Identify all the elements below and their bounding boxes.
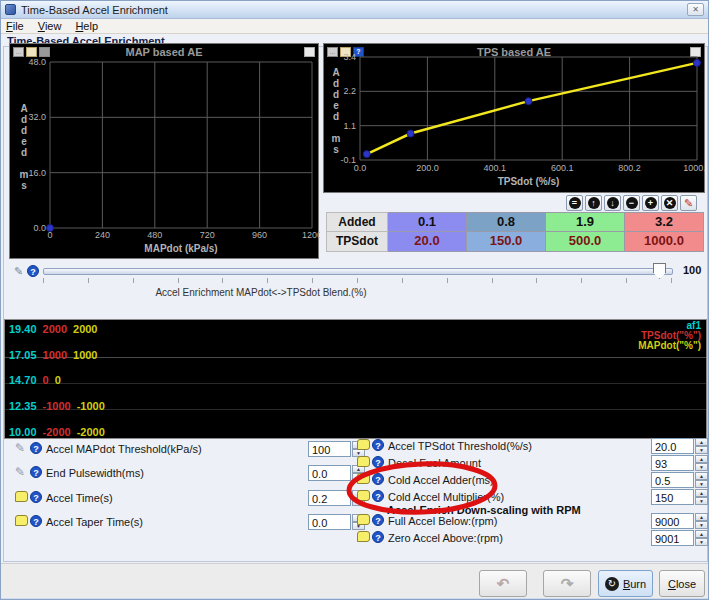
table-cell[interactable]: 20.0 bbox=[388, 232, 467, 252]
blend-slider-thumb[interactable] bbox=[653, 263, 666, 279]
burn-button[interactable]: ↻ Burn bbox=[598, 570, 653, 597]
increment-up-button[interactable]: ↑ bbox=[585, 195, 602, 211]
tps-chart-canvas[interactable]: 0.0200.0400.1600.1800.21000.23.42.21.1-0… bbox=[324, 44, 706, 194]
close-button[interactable]: Close bbox=[659, 570, 705, 597]
svg-text:16.0: 16.0 bbox=[28, 168, 46, 178]
help-icon[interactable]: ? bbox=[30, 466, 42, 478]
tooltip-bubble-icon[interactable] bbox=[15, 491, 28, 502]
table-cell[interactable]: 0.1 bbox=[388, 212, 467, 232]
tooltip-bubble-icon[interactable] bbox=[15, 515, 28, 526]
window-close-button[interactable]: ✕ bbox=[687, 3, 704, 16]
decrease-button[interactable]: − bbox=[623, 195, 640, 211]
legend-series3: MAPdot("%") bbox=[638, 341, 701, 351]
set-equal-button[interactable]: = bbox=[566, 195, 583, 211]
table-cell[interactable]: 500.0 bbox=[546, 232, 625, 252]
tooltip-bubble-icon[interactable] bbox=[357, 514, 370, 525]
menu-item-file[interactable]: File bbox=[6, 20, 24, 32]
spinner-up-icon[interactable]: ▲ bbox=[695, 530, 708, 538]
svg-text:960: 960 bbox=[252, 230, 267, 240]
spinner-up-icon[interactable]: ▲ bbox=[695, 438, 708, 446]
svg-text:-0.1: -0.1 bbox=[340, 155, 356, 165]
tooltip-bubble-icon[interactable] bbox=[357, 456, 370, 467]
set-equal-icon: = bbox=[569, 197, 581, 209]
spinner-down-icon[interactable]: ▼ bbox=[695, 480, 708, 488]
cold-accel-adder-ms-input[interactable] bbox=[651, 472, 694, 488]
svg-text:s: s bbox=[21, 180, 27, 191]
spinner-down-icon[interactable]: ▼ bbox=[695, 497, 708, 505]
undo-button[interactable]: ↶ bbox=[479, 570, 527, 597]
spinner-down-icon[interactable]: ▼ bbox=[695, 446, 708, 454]
help-icon[interactable]: ? bbox=[30, 515, 42, 527]
tooltip-bubble-icon[interactable] bbox=[357, 490, 370, 501]
map-chart-canvas[interactable]: 0240480720960120048.032.016.00.0MAPdot (… bbox=[10, 44, 320, 260]
svg-text:3.4: 3.4 bbox=[343, 52, 356, 62]
table-cell[interactable]: 1000.0 bbox=[625, 232, 704, 252]
accel-tpsdot-threshold-s-spinner[interactable]: ▲▼ bbox=[695, 438, 708, 454]
spinner-up-icon[interactable]: ▲ bbox=[695, 489, 708, 497]
spinner-down-icon[interactable]: ▼ bbox=[695, 521, 708, 529]
map-based-ae-chart[interactable]: MAP based AE … 0240480720960120048.032.0… bbox=[9, 43, 319, 259]
cold-accel-multiplier-spinner[interactable]: ▲▼ bbox=[695, 489, 708, 505]
decel-fuel-amount-input[interactable] bbox=[651, 455, 694, 471]
tps-scale-value: -2000 bbox=[43, 426, 71, 438]
title-bar[interactable]: Time-Based Accel Enrichment ✕ bbox=[1, 1, 708, 19]
edit-curve-button[interactable]: ✎ bbox=[680, 195, 697, 211]
blend-slider-track[interactable] bbox=[43, 268, 673, 275]
map-scale-value: 2000 bbox=[73, 323, 97, 335]
map-scale-value: -1000 bbox=[77, 400, 105, 412]
tps-based-ae-chart[interactable]: TPS based AE … ? 0.0200.0400.1600.1800.2… bbox=[323, 43, 705, 193]
live-graph[interactable]: af1TPSdot("%")MAPdot("%") 19.40200020001… bbox=[4, 319, 707, 439]
tooltip-bubble-icon[interactable] bbox=[357, 473, 370, 484]
help-icon[interactable]: ? bbox=[372, 531, 384, 543]
graph-scale-row: 10.00-2000-2000 bbox=[9, 426, 111, 438]
tooltip-bubble-icon[interactable] bbox=[357, 531, 370, 542]
accel-taper-time-s-input[interactable] bbox=[308, 514, 351, 530]
field-row-accel-time-s: ?Accel Time(s)▲▼ bbox=[15, 490, 375, 507]
zero-accel-above-rpm-spinner[interactable]: ▲▼ bbox=[695, 530, 708, 546]
accel-mapdot-threshold-kpa-s-input[interactable] bbox=[308, 441, 351, 457]
help-icon[interactable]: ? bbox=[372, 439, 384, 451]
field-row-cold-accel-adder-ms: ?Cold Accel Adder(ms)▲▼ bbox=[357, 472, 709, 489]
pencil-icon[interactable]: ✎ bbox=[14, 265, 23, 278]
increase-button[interactable]: + bbox=[642, 195, 659, 211]
full-accel-below-rpm-input[interactable] bbox=[651, 513, 694, 529]
full-accel-below-rpm-spinner[interactable]: ▲▼ bbox=[695, 513, 708, 529]
clear-button[interactable]: ✕ bbox=[661, 195, 678, 211]
help-icon[interactable]: ? bbox=[30, 491, 42, 503]
help-icon[interactable]: ? bbox=[372, 514, 384, 526]
spinner-up-icon[interactable]: ▲ bbox=[695, 513, 708, 521]
accel-time-s-input[interactable] bbox=[308, 490, 351, 506]
graph-gridline bbox=[5, 357, 706, 358]
field-label: Accel Taper Time(s) bbox=[46, 516, 143, 528]
pencil-icon[interactable]: ✎ bbox=[15, 442, 25, 455]
accel-tpsdot-threshold-s-input[interactable] bbox=[651, 438, 694, 454]
spinner-down-icon[interactable]: ▼ bbox=[695, 538, 708, 546]
help-icon[interactable]: ? bbox=[30, 442, 42, 454]
table-cell[interactable]: 3.2 bbox=[625, 212, 704, 232]
menu-item-help[interactable]: Help bbox=[75, 20, 98, 32]
spinner-up-icon[interactable]: ▲ bbox=[695, 455, 708, 463]
svg-text:MAPdot (kPa/s): MAPdot (kPa/s) bbox=[144, 243, 217, 254]
cold-accel-adder-ms-spinner[interactable]: ▲▼ bbox=[695, 472, 708, 488]
decel-fuel-amount-spinner[interactable]: ▲▼ bbox=[695, 455, 708, 471]
help-icon[interactable]: ? bbox=[372, 456, 384, 468]
help-icon[interactable]: ? bbox=[372, 473, 384, 485]
end-pulsewidth-ms-input[interactable] bbox=[308, 465, 351, 481]
zero-accel-above-rpm-input[interactable] bbox=[651, 530, 694, 546]
table-cell[interactable]: 150.0 bbox=[467, 232, 546, 252]
spinner-up-icon[interactable]: ▲ bbox=[695, 472, 708, 480]
increment-down-button[interactable]: ↓ bbox=[604, 195, 621, 211]
redo-button[interactable]: ↷ bbox=[543, 570, 591, 597]
field-row-accel-mapdot-threshold-kpa-s: ✎?Accel MAPdot Threshold(kPa/s)▲▼ bbox=[15, 441, 375, 458]
svg-text:800.2: 800.2 bbox=[618, 163, 641, 173]
menu-item-view[interactable]: View bbox=[38, 20, 62, 32]
afr-scale-value: 19.40 bbox=[9, 323, 37, 335]
help-icon[interactable]: ? bbox=[372, 490, 384, 502]
spinner-down-icon[interactable]: ▼ bbox=[695, 463, 708, 471]
table-cell[interactable]: 1.9 bbox=[546, 212, 625, 232]
pencil-icon[interactable]: ✎ bbox=[15, 466, 25, 479]
tooltip-bubble-icon[interactable] bbox=[357, 439, 370, 450]
cold-accel-multiplier-input[interactable] bbox=[651, 489, 694, 505]
help-icon[interactable]: ? bbox=[27, 265, 39, 277]
table-cell[interactable]: 0.8 bbox=[467, 212, 546, 232]
